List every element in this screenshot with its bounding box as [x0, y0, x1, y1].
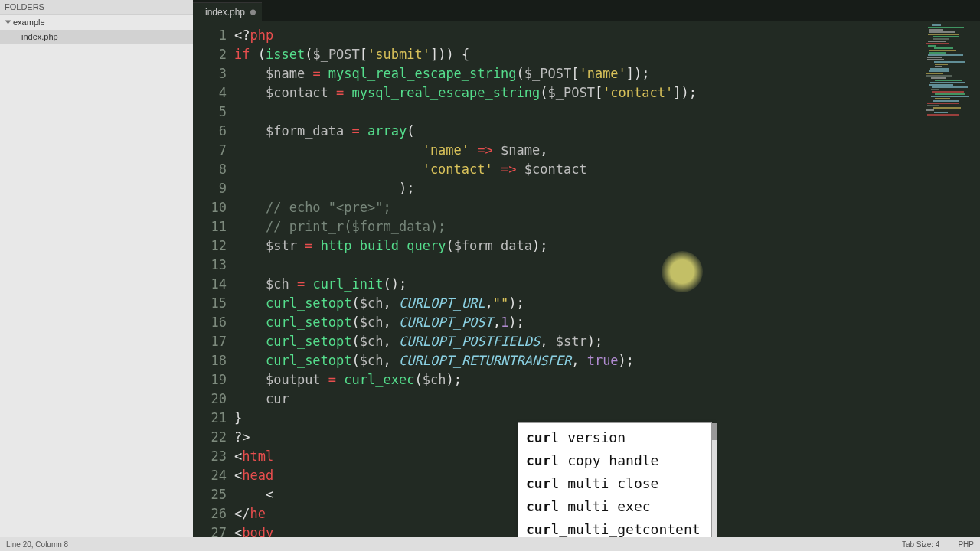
tab-index-php[interactable]: index.php [193, 2, 262, 21]
minimap[interactable] [922, 24, 978, 124]
autocomplete-scrollbar[interactable] [712, 423, 717, 537]
autocomplete-item[interactable]: curl_multi_exec [518, 495, 711, 518]
autocomplete-item[interactable]: curl_multi_getcontent [518, 518, 711, 537]
editor-area: index.php 123456789101112131415161718192… [193, 0, 980, 537]
triangle-down-icon [5, 21, 11, 24]
autocomplete-item[interactable]: curl_multi_close [518, 472, 711, 495]
folder-name: example [13, 18, 45, 27]
tab-label: index.php [205, 7, 245, 18]
autocomplete-item[interactable]: curl_copy_handle [518, 449, 711, 472]
status-syntax[interactable]: PHP [958, 540, 974, 549]
sidebar: FOLDERS example index.php [0, 0, 193, 537]
code-editor[interactable]: <?php if (isset($_POST['submit'])) { $na… [234, 21, 980, 537]
sidebar-header: FOLDERS [0, 0, 193, 15]
modified-dot-icon [250, 10, 256, 15]
folder-item[interactable]: example [0, 15, 193, 30]
tab-bar: index.php [193, 0, 980, 21]
autocomplete-item[interactable]: curl_version [518, 426, 711, 449]
status-tab-size[interactable]: Tab Size: 4 [902, 540, 939, 549]
gutter: 1234567891011121314151617181920212223242… [193, 21, 234, 537]
autocomplete-popup[interactable]: curl_versioncurl_copy_handlecurl_multi_c… [518, 422, 712, 537]
status-bar: Line 20, Column 8 Tab Size: 4 PHP [0, 537, 980, 551]
file-item[interactable]: index.php [0, 30, 193, 44]
status-cursor[interactable]: Line 20, Column 8 [6, 540, 68, 549]
